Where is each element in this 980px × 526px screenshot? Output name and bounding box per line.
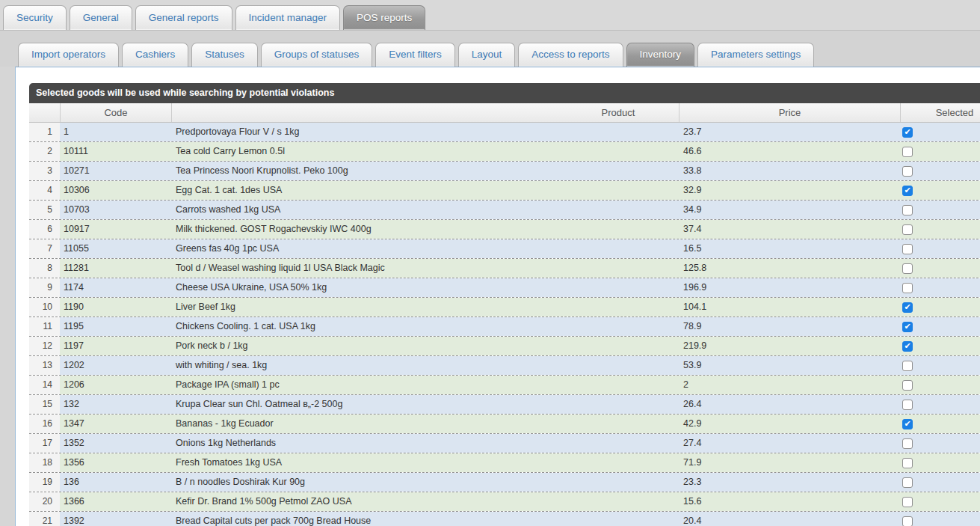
tab-layout[interactable]: Layout — [458, 43, 516, 67]
row-checkbox[interactable]: ✔ — [902, 400, 913, 410]
row-number-cell: 18 — [29, 453, 60, 472]
table-body: 1 1 Predportovaya Flour V / s 1kg 23.7 ✔… — [29, 123, 980, 526]
row-checkbox[interactable]: ✔ — [902, 302, 913, 313]
tab-security[interactable]: Security — [3, 5, 67, 30]
table-row: 14 1206 Package IPA (small) 1 pc 2 ✔ — [29, 376, 980, 395]
selected-cell: ✔ — [900, 317, 980, 336]
row-number-cell: 10 — [29, 298, 60, 316]
product-cell: Package IPA (small) 1 pc — [171, 376, 679, 394]
column-header-product: Product — [171, 103, 679, 122]
column-header-code: Code — [60, 103, 171, 122]
code-cell: 10111 — [60, 142, 171, 161]
table-row: 16 1347 Bananas - 1kg Ecuador 42.9 ✔ — [29, 415, 980, 434]
product-cell: Krupa Clear sun Chl. Oatmeal в„-2 500g — [171, 395, 679, 414]
row-checkbox[interactable]: ✔ — [902, 263, 913, 274]
row-number-cell: 14 — [29, 376, 60, 394]
table-row: 15 132 Krupa Clear sun Chl. Oatmeal в„-2… — [29, 395, 980, 415]
product-cell: Chickens Cooling. 1 cat. USA 1kg — [171, 317, 679, 336]
price-cell: 20.4 — [679, 512, 900, 526]
product-cell: Tool d / Weasel washing liquid 1l USA Bl… — [171, 259, 679, 278]
row-checkbox[interactable]: ✔ — [902, 166, 913, 177]
row-checkbox[interactable]: ✔ — [902, 477, 913, 488]
row-checkbox[interactable]: ✔ — [902, 341, 913, 352]
selected-cell: ✔ — [900, 259, 980, 278]
code-cell: 10917 — [60, 220, 171, 239]
row-checkbox[interactable]: ✔ — [902, 283, 913, 293]
column-header-rownum — [29, 103, 60, 122]
selected-cell: ✔ — [900, 201, 980, 219]
price-cell: 23.7 — [679, 123, 900, 141]
code-cell: 1 — [60, 123, 171, 141]
row-checkbox[interactable]: ✔ — [902, 516, 913, 526]
row-checkbox[interactable]: ✔ — [902, 361, 913, 371]
row-number-cell: 12 — [29, 337, 60, 355]
row-checkbox[interactable]: ✔ — [902, 438, 913, 449]
table-row: 13 1202 with whiting / sea. 1kg 53.9 ✔ — [29, 356, 980, 376]
row-number-cell: 4 — [29, 181, 60, 200]
price-cell: 46.6 — [679, 142, 900, 161]
tab-label: Event filters — [389, 49, 442, 60]
tab-access-to-reports[interactable]: Access to reports — [518, 43, 623, 67]
row-number-cell: 21 — [29, 512, 60, 526]
tab-event-filters[interactable]: Event filters — [375, 43, 455, 67]
table-row: 12 1197 Pork neck b / 1kg 219.9 ✔ — [29, 337, 980, 356]
tab-import-operators[interactable]: Import operators — [18, 43, 119, 67]
tab-parameters-settings[interactable]: Parameters settings — [697, 43, 814, 67]
row-number-cell: 2 — [29, 142, 60, 161]
code-cell: 1356 — [60, 453, 171, 472]
table-row: 3 10271 Tea Princess Noori Krupnolist. P… — [29, 162, 980, 181]
price-cell: 2 — [679, 376, 900, 394]
code-cell: 1206 — [60, 376, 171, 394]
product-cell: Milk thickened. GOST Rogachevskiy IWC 40… — [171, 220, 679, 239]
row-checkbox[interactable]: ✔ — [902, 186, 913, 196]
price-cell: 32.9 — [679, 181, 900, 200]
product-cell: Egg Cat. 1 cat. 1des USA — [171, 181, 679, 200]
code-cell: 1347 — [60, 415, 171, 433]
tab-label: Groups of statuses — [274, 49, 359, 60]
row-checkbox[interactable]: ✔ — [902, 205, 913, 215]
tab-pos-reports[interactable]: POS reports — [343, 5, 425, 30]
table-row: 5 10703 Carrots washed 1kg USA 34.9 ✔ — [29, 201, 980, 220]
tab-label: General — [83, 12, 119, 23]
price-cell: 71.9 — [679, 453, 900, 472]
price-cell: 104.1 — [679, 298, 900, 316]
main-tabs: Security General General reports Inciden… — [3, 5, 425, 30]
tab-label: POS reports — [357, 12, 412, 23]
column-header-price: Price — [679, 103, 900, 122]
row-checkbox[interactable]: ✔ — [902, 380, 913, 391]
product-cell: Liver Beef 1kg — [171, 298, 679, 316]
selected-cell: ✔ — [900, 434, 980, 453]
tab-general-reports[interactable]: General reports — [135, 5, 232, 30]
tab-cashiers[interactable]: Cashiers — [122, 43, 188, 67]
tab-statuses[interactable]: Statuses — [191, 43, 258, 67]
row-checkbox[interactable]: ✔ — [902, 419, 913, 429]
table-banner: Selected goods will be used while search… — [29, 83, 980, 103]
row-number-cell: 8 — [29, 259, 60, 278]
row-number-cell: 9 — [29, 278, 60, 297]
row-checkbox[interactable]: ✔ — [902, 458, 913, 468]
price-cell: 78.9 — [679, 317, 900, 336]
code-cell: 11281 — [60, 259, 171, 278]
table-row: 20 1366 Kefir Dr. Brand 1% 500g Petmol Z… — [29, 492, 980, 512]
selected-cell: ✔ — [900, 356, 980, 375]
code-cell: 1174 — [60, 278, 171, 297]
selected-cell: ✔ — [900, 337, 980, 355]
tab-groups-of-statuses[interactable]: Groups of statuses — [261, 43, 372, 67]
tab-incident-manager[interactable]: Incident manager — [235, 5, 340, 30]
row-checkbox[interactable]: ✔ — [902, 497, 913, 507]
row-checkbox[interactable]: ✔ — [902, 244, 913, 254]
row-checkbox[interactable]: ✔ — [902, 322, 913, 332]
tab-label: Parameters settings — [711, 49, 801, 60]
selected-cell: ✔ — [900, 220, 980, 239]
table-header-row: Code Product Price Selected — [29, 103, 980, 123]
content-panel: Selected goods will be used while search… — [15, 67, 980, 526]
tab-general[interactable]: General — [70, 5, 132, 30]
table-row: 9 1174 Cheese USA Ukraine, USA 50% 1kg 1… — [29, 278, 980, 298]
price-cell: 27.4 — [679, 434, 900, 453]
row-checkbox[interactable]: ✔ — [902, 224, 913, 235]
row-checkbox[interactable]: ✔ — [902, 127, 913, 138]
sub-tab-bar: Import operators Cashiers Statuses Group… — [0, 31, 980, 67]
row-checkbox[interactable]: ✔ — [902, 147, 913, 157]
tab-inventory[interactable]: Inventory — [626, 43, 695, 67]
code-cell: 1392 — [60, 512, 171, 526]
